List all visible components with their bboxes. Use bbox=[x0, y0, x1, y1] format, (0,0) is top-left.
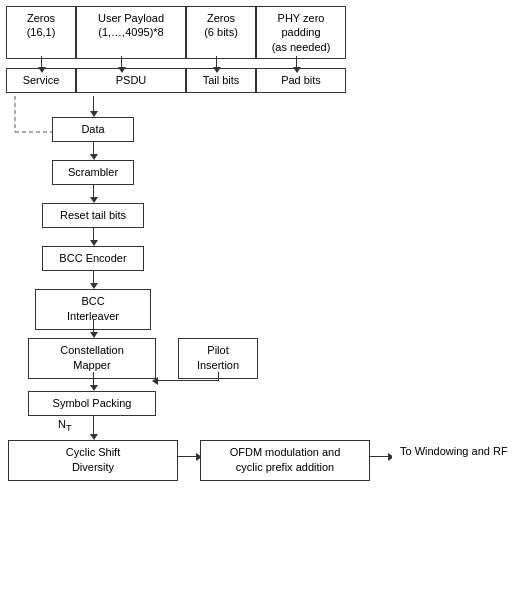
arrow-data-scrambler bbox=[93, 141, 94, 155]
arrow-reset-bcc bbox=[93, 227, 94, 241]
header-zeros1: Zeros(16,1) bbox=[6, 6, 76, 59]
header-payload: User Payload(1,…,4095)*8 bbox=[76, 6, 186, 59]
arrow-bcc-interleaver bbox=[93, 270, 94, 284]
diagram: Zeros(16,1) User Payload(1,…,4095)*8 Zer… bbox=[0, 0, 531, 602]
data-row: Service PSDU Tail bits Pad bits bbox=[6, 68, 346, 93]
arrow-cyclic-ofdm bbox=[178, 456, 198, 457]
windowing-rf-box: To Windowing and RF bbox=[392, 440, 522, 463]
nt-label: NT bbox=[58, 418, 72, 433]
arrow-pilot-h bbox=[158, 380, 219, 381]
arrow-ofdm-windowing bbox=[370, 456, 390, 457]
constellation-mapper-box: ConstellationMapper bbox=[28, 338, 156, 379]
service-box: Service bbox=[6, 68, 76, 93]
cyclic-shift-box: Cyclic ShiftDiversity bbox=[8, 440, 178, 481]
scrambler-box: Scrambler bbox=[52, 160, 134, 185]
arrow-scrambler-reset bbox=[93, 184, 94, 198]
data-box: Data bbox=[52, 117, 134, 142]
psdu-box: PSDU bbox=[76, 68, 186, 93]
arrowhead-pilot-symbol bbox=[152, 377, 158, 385]
pad-box: Pad bits bbox=[256, 68, 346, 93]
ofdm-box: OFDM modulation andcyclic prefix additio… bbox=[200, 440, 370, 481]
symbol-packing-box: Symbol Packing bbox=[28, 391, 156, 416]
tail-box: Tail bits bbox=[186, 68, 256, 93]
header-phy-zero: PHY zeropadding(as needed) bbox=[256, 6, 346, 59]
header-row: Zeros(16,1) User Payload(1,…,4095)*8 Zer… bbox=[6, 6, 346, 59]
reset-tail-box: Reset tail bits bbox=[42, 203, 144, 228]
arrow-constellation-symbol bbox=[93, 372, 94, 386]
arrow-datarow-down bbox=[93, 96, 94, 112]
arrow-interleaver-constellation bbox=[93, 319, 94, 333]
arrow-symbol-cyclic bbox=[93, 415, 94, 435]
bcc-encoder-box: BCC Encoder bbox=[42, 246, 144, 271]
header-zeros2: Zeros(6 bits) bbox=[186, 6, 256, 59]
